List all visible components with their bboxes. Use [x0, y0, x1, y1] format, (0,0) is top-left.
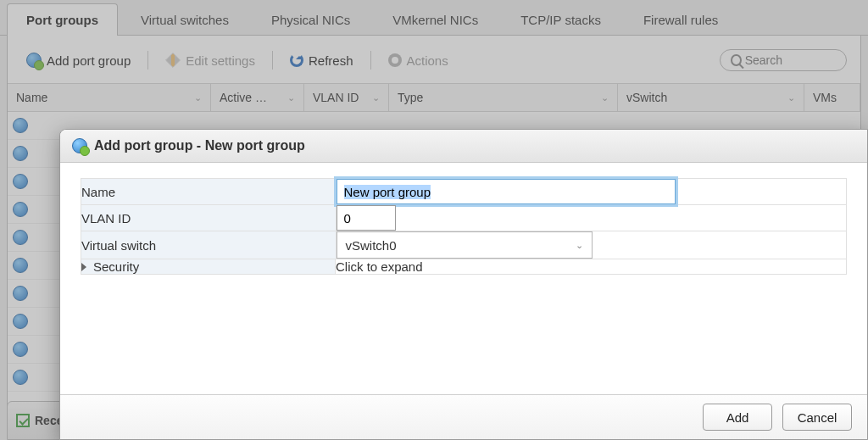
expand-caret-icon [81, 263, 86, 271]
security-label: Security [93, 259, 139, 274]
cancel-button[interactable]: Cancel [782, 404, 852, 431]
security-hint: Click to expand [336, 259, 423, 274]
dialog-title-text: Add port group - New port group [94, 138, 305, 153]
dialog-title-bar: Add port group - New port group [60, 130, 867, 163]
vlan-input[interactable] [337, 205, 396, 231]
chevron-down-icon: ⌄ [576, 240, 583, 251]
security-expander[interactable]: Security [81, 259, 336, 274]
add-button[interactable]: Add [703, 404, 772, 431]
name-input[interactable] [337, 179, 676, 204]
dialog-footer: Add Cancel [60, 394, 867, 439]
vswitch-select-value: vSwitch0 [346, 238, 397, 253]
vlan-field-label: VLAN ID [81, 205, 337, 231]
dialog-title-icon [72, 138, 87, 153]
vswitch-field-label: Virtual switch [81, 231, 337, 259]
form-table: Name VLAN ID Virtual switch vSwitch0 ⌄ [81, 178, 847, 275]
dialog-body: Name VLAN ID Virtual switch vSwitch0 ⌄ [60, 163, 867, 394]
add-port-group-dialog: Add port group - New port group Name VLA… [59, 129, 868, 440]
name-field-label: Name [81, 179, 337, 205]
vswitch-select[interactable]: vSwitch0 ⌄ [337, 231, 593, 259]
